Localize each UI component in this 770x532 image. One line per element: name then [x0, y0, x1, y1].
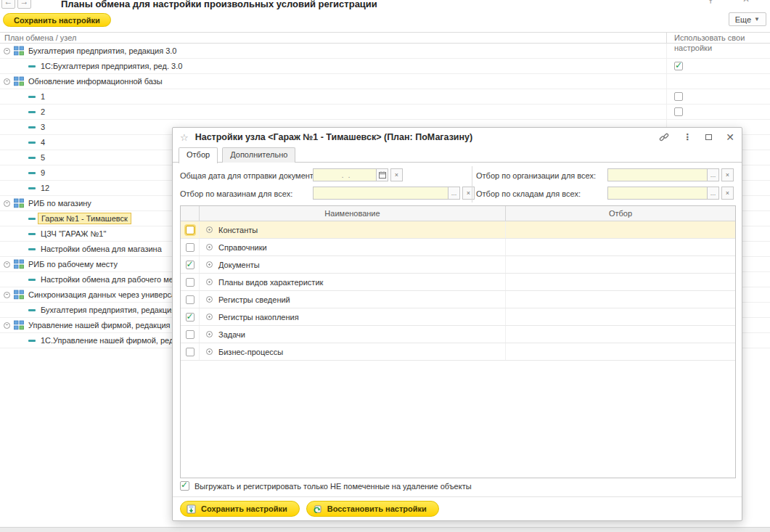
close-icon[interactable]: ✕: [726, 131, 734, 143]
shop-filter-input[interactable]: [313, 187, 449, 200]
metadata-checkbox[interactable]: [186, 278, 194, 287]
dialog-restore-settings-button[interactable]: Восстановить настройки: [306, 501, 439, 517]
metadata-checkbox[interactable]: [186, 295, 194, 304]
tree-group-label: Обновление информационной базы: [28, 77, 163, 86]
metadata-checkbox[interactable]: [186, 313, 194, 322]
node-dash-icon: [28, 248, 36, 250]
expand-toggle-icon[interactable]: [206, 261, 213, 268]
expand-toggle-icon[interactable]: [206, 296, 213, 303]
metadata-checkbox[interactable]: [186, 261, 194, 269]
exchange-plan-icon: [14, 76, 24, 86]
collapse-toggle-icon[interactable]: [4, 322, 10, 329]
metadata-filter-cell: [506, 291, 735, 308]
window-pin-close-icons[interactable]: ⚲ ✕: [708, 0, 763, 4]
more-button-label: Еще: [735, 15, 751, 24]
expand-toggle-icon[interactable]: [206, 331, 213, 337]
exchange-plan-icon: [14, 290, 24, 300]
favorite-star-icon[interactable]: ☆: [180, 132, 189, 143]
collapse-toggle-icon[interactable]: [4, 292, 10, 298]
node-dash-icon: [28, 340, 36, 342]
warehouse-clear-button[interactable]: ×: [721, 187, 734, 200]
metadata-row[interactable]: Задачи: [181, 326, 735, 343]
expand-toggle-icon[interactable]: [206, 348, 213, 355]
menu-dots-icon[interactable]: ⋮: [683, 132, 692, 142]
command-bar: Сохранить настройки Еще ▼: [0, 11, 770, 32]
expand-toggle-icon[interactable]: [206, 314, 213, 320]
metadata-row[interactable]: Константы: [181, 221, 735, 239]
tree-item-label: 3: [41, 123, 45, 131]
dialog-save-settings-button[interactable]: Сохранить настройки: [180, 501, 300, 517]
metadata-checkbox[interactable]: [186, 243, 194, 252]
dialog-title: Настройки узла <Гараж №1 - Тимашевск> (П…: [195, 132, 473, 142]
collapse-toggle-icon[interactable]: [4, 78, 10, 85]
shop-clear-button[interactable]: ×: [462, 187, 475, 200]
expand-toggle-icon[interactable]: [206, 244, 213, 250]
metadata-filter-cell: [506, 221, 735, 238]
metadata-checkbox[interactable]: [186, 330, 194, 339]
dialog-title-bar: ☆ Настройки узла <Гараж №1 - Тимашевск> …: [173, 128, 742, 147]
header-filter-column[interactable]: Отбор: [506, 206, 735, 221]
export-not-deleted-checkbox[interactable]: [180, 481, 189, 491]
tree-row[interactable]: Обновление информационной базы: [0, 74, 770, 89]
org-clear-button[interactable]: ×: [721, 168, 734, 181]
metadata-label: Регистры накопления: [218, 313, 299, 322]
tree-item-label: Настройки обмена для рабочего места: [41, 275, 185, 284]
column-header-own-settings[interactable]: Использовать свои настройки: [666, 33, 770, 43]
warehouse-pick-button[interactable]: ...: [707, 187, 719, 200]
tree-item-label: 12: [41, 184, 49, 192]
tree-group-label: Синхронизация данных через универсальны: [28, 290, 194, 299]
tab-dopolnitelno[interactable]: Дополнительно: [222, 147, 295, 163]
metadata-row[interactable]: Регистры сведений: [181, 291, 735, 308]
tree-item-label: 5: [41, 153, 45, 162]
page-title: Планы обмена для настройки произвольных …: [61, 0, 377, 9]
use-own-settings-checkbox[interactable]: [674, 107, 683, 116]
metadata-row[interactable]: Справочники: [181, 239, 735, 256]
dialog-buttons: Сохранить настройки Восстановить настрой…: [180, 501, 439, 517]
metadata-row[interactable]: Документы: [181, 256, 735, 274]
tab-otbor[interactable]: Отбор: [179, 147, 218, 163]
back-button[interactable]: ←: [1, 0, 15, 9]
metadata-label: Бизнес-процессы: [218, 348, 283, 356]
date-clear-button[interactable]: ×: [390, 168, 403, 181]
org-pick-button[interactable]: ...: [707, 168, 719, 181]
metadata-row[interactable]: Планы видов характеристик: [181, 274, 735, 291]
shop-pick-button[interactable]: ...: [448, 187, 460, 200]
node-dash-icon: [28, 142, 36, 144]
use-own-settings-checkbox[interactable]: [674, 62, 683, 70]
tree-row[interactable]: 1: [0, 89, 770, 105]
warehouse-filter-input[interactable]: [607, 187, 708, 200]
tree-row[interactable]: 2: [0, 105, 770, 120]
warehouse-filter-label: Отбор по складам для всех:: [476, 187, 581, 200]
column-header-plan[interactable]: План обмена / узел: [0, 33, 666, 43]
link-icon[interactable]: [659, 132, 669, 142]
more-button[interactable]: Еще ▼: [729, 12, 766, 26]
top-bar: ← → Планы обмена для настройки произволь…: [0, 0, 770, 11]
metadata-row[interactable]: Регистры накопления: [181, 308, 735, 326]
expand-toggle-icon[interactable]: [206, 226, 213, 233]
expand-toggle-icon[interactable]: [206, 279, 213, 285]
metadata-row[interactable]: Бизнес-процессы: [181, 343, 735, 361]
date-input[interactable]: [313, 168, 377, 181]
date-filter-label: Общая дата для отправки документов с:: [180, 169, 330, 182]
metadata-checkbox[interactable]: [186, 348, 194, 356]
node-dash-icon: [28, 279, 36, 281]
footer-divider: [173, 496, 742, 497]
collapse-toggle-icon[interactable]: [4, 48, 10, 54]
org-filter-input[interactable]: [607, 168, 708, 181]
collapse-toggle-icon[interactable]: [4, 261, 10, 268]
use-own-settings-checkbox[interactable]: [674, 92, 683, 101]
forward-button[interactable]: →: [17, 0, 31, 9]
export-not-deleted-option[interactable]: Выгружать и регистрировать только НЕ пом…: [180, 481, 472, 491]
tree-row[interactable]: Бухгалтерия предприятия, редакция 3.0: [0, 44, 770, 59]
restore-icon: [313, 504, 322, 514]
node-dash-icon: [28, 96, 36, 98]
metadata-checkbox[interactable]: [186, 226, 194, 234]
tree-item-label: 1С:Бухгалтерия предприятия, ред. 3.0: [41, 62, 182, 70]
save-settings-button[interactable]: Сохранить настройки: [3, 13, 111, 27]
calendar-icon[interactable]: [376, 168, 388, 181]
tree-row[interactable]: 1С:Бухгалтерия предприятия, ред. 3.0: [0, 59, 770, 74]
header-name-column[interactable]: Наименование: [200, 206, 506, 221]
node-dash-icon: [28, 218, 36, 220]
collapse-toggle-icon[interactable]: [4, 200, 10, 207]
maximize-icon[interactable]: [705, 134, 712, 140]
